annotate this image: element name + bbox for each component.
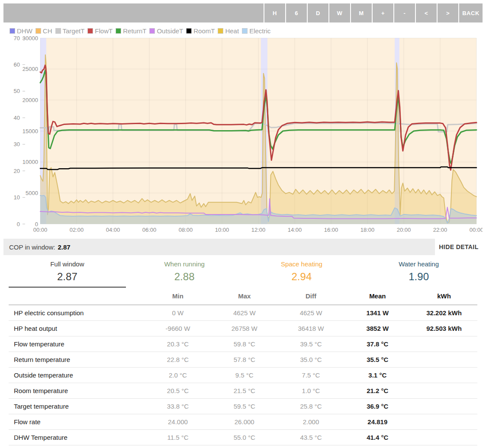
chart-canvas[interactable]: 0102030405060700500010000150002000025000… [3,35,483,234]
tab-label: Space heating [243,260,360,268]
row-diff: 39.5 °C [278,336,344,352]
legend-item-returnt: ReturnT [116,27,146,35]
toolbar-button-m[interactable]: M [350,3,372,22]
svg-text:10000: 10000 [23,159,38,165]
row-mean: 41.4 °C [344,429,411,445]
svg-text:10: 10 [14,194,20,201]
tab-space-heating[interactable]: Space heating2.94 [243,260,360,288]
row-min: 22.8 °C [145,352,211,367]
svg-text:20: 20 [14,168,20,174]
svg-text:60: 60 [14,61,20,68]
svg-text:00:00: 00:00 [470,227,483,233]
header-min: Min [145,288,211,305]
row-mean: 21.2 °C [344,383,411,398]
row-max: 55.0 °C [211,429,278,445]
legend-label: ReturnT [123,27,146,35]
row-kwh [411,336,477,352]
toolbar-button--[interactable]: - [393,3,415,22]
row-max: 59.5 °C [211,398,278,414]
row-diff: 36418 W [278,320,344,336]
toolbar-button-<[interactable]: < [415,3,437,22]
stats-table-body: HP electric consumption0 W4625 W4625 W13… [9,305,477,445]
toolbar-button-h[interactable]: H [264,3,285,22]
legend-swatch-dhw [10,28,15,34]
toolbar-button->[interactable]: > [437,3,458,22]
row-label: Room temperature [9,383,145,398]
row-diff: 43.5 °C [278,429,344,445]
row-min: 20.3 °C [145,336,211,352]
legend-label: Heat [225,27,239,35]
row-max: 26758 W [211,320,278,336]
row-diff: 7.5 °C [278,367,344,383]
svg-text:15000: 15000 [23,128,38,134]
chart-legend: DHWCHTargetTFlowTReturnTOutsideTRoomTHea… [10,27,483,35]
row-kwh [411,367,477,383]
table-row: Room temperature20.5 °C21.5 °C1.0 °C21.2… [9,383,477,398]
cop-tabs: Full window2.87When running2.88Space hea… [9,255,477,288]
legend-label: DHW [17,27,32,35]
stats-header-row: MinMaxDiffMeankWh [9,288,477,305]
svg-text:06:00: 06:00 [142,227,157,233]
table-row: HP electric consumption0 W4625 W4625 W13… [9,305,477,320]
svg-text:12:00: 12:00 [251,227,266,233]
row-diff: 1.0 °C [278,383,344,398]
tab-cop-value: 1.90 [360,271,477,283]
row-label: Flow rate [9,414,145,429]
legend-label: RoomT [193,27,215,35]
row-diff: 4625 W [278,305,344,320]
svg-text:18:00: 18:00 [360,227,375,233]
legend-label: TargetT [63,27,85,35]
tab-label: Water heating [360,260,477,268]
header-kwh: kWh [411,288,477,305]
toolbar-button-w[interactable]: W [328,3,350,22]
x-axis-labels: 00:0002:0004:0006:0008:0010:0012:0014:00… [33,227,483,233]
tab-cop-value: 2.88 [126,271,243,283]
toolbar-button-back[interactable]: BACK [458,3,483,22]
tab-label: When running [126,260,243,268]
legend-label: Electric [249,27,270,35]
svg-text:40: 40 [14,115,20,121]
row-max: 57.8 °C [211,352,278,367]
cop-window-label: COP in window: [3,243,55,251]
svg-text:70: 70 [14,35,20,42]
legend-item-roomt: RoomT [186,27,215,35]
legend-swatch-flowt [87,28,93,34]
row-kwh [411,398,477,414]
legend-swatch-targett [55,28,61,34]
legend-swatch-ch [35,28,41,34]
row-min: 0 W [145,305,211,320]
stats-table-head: MinMaxDiffMeankWh [9,288,477,305]
legend-item-targett: TargetT [55,27,85,35]
legend-label: OutsideT [157,27,183,35]
header-diff: Diff [278,288,344,305]
hide-detail-button[interactable]: HIDE DETAIL [435,239,483,255]
toolbar-button-d[interactable]: D [307,3,328,22]
row-kwh [411,352,477,367]
tab-water-heating[interactable]: Water heating1.90 [360,260,477,288]
table-row: Flow temperature20.3 °C59.8 °C39.5 °C37.… [9,336,477,352]
tab-when-running[interactable]: When running2.88 [126,260,243,288]
row-min: 20.5 °C [145,383,211,398]
legend-swatch-outsidet [149,28,155,34]
row-max: 4625 W [211,305,278,320]
row-mean: 35.5 °C [344,352,411,367]
svg-text:20000: 20000 [23,97,38,103]
toolbar-button-6[interactable]: 6 [285,3,307,22]
tab-full-window[interactable]: Full window2.87 [9,260,126,288]
table-row: Return temperature22.8 °C57.8 °C35.0 °C3… [9,352,477,367]
svg-text:22:00: 22:00 [433,227,447,233]
stats-table: MinMaxDiffMeankWh HP electric consumptio… [9,288,477,445]
row-mean: 37.8 °C [344,336,411,352]
row-min: 24.000 [145,414,211,429]
svg-text:30000: 30000 [23,35,38,42]
legend-item-dhw: DHW [10,27,32,35]
legend-item-ch: CH [35,27,52,35]
toolbar-button-+[interactable]: + [372,3,393,22]
row-kwh [411,383,477,398]
svg-text:02:00: 02:00 [70,227,84,233]
row-label: HP electric consumption [9,305,145,320]
legend-swatch-electric [242,28,248,34]
row-kwh: 92.503 kWh [411,320,477,336]
row-mean: 1341 W [344,305,411,320]
svg-text:14:00: 14:00 [288,227,302,233]
